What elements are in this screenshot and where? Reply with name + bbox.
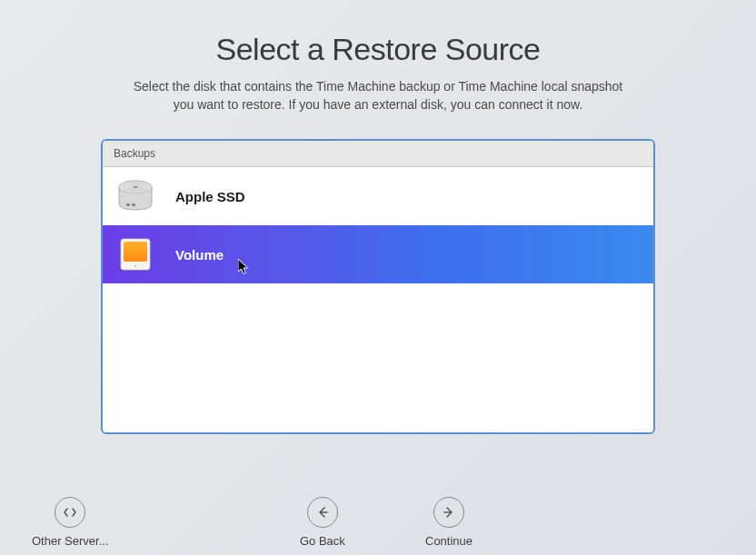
internal-drive-icon bbox=[115, 176, 155, 216]
svg-point-4 bbox=[133, 186, 138, 188]
arrow-left-icon bbox=[307, 497, 338, 528]
svg-rect-5 bbox=[126, 203, 130, 206]
button-label: Other Server... bbox=[32, 534, 109, 548]
page-subtitle: Select the disk that contains the Time M… bbox=[134, 78, 623, 114]
list-item-apple-ssd[interactable]: Apple SSD bbox=[103, 167, 653, 225]
svg-rect-8 bbox=[124, 242, 147, 262]
button-label: Continue bbox=[425, 534, 472, 548]
arrow-right-icon bbox=[433, 497, 464, 528]
button-label: Go Back bbox=[300, 534, 345, 548]
continue-button[interactable]: Continue bbox=[425, 497, 472, 548]
list-body: Apple SSD bbox=[103, 167, 653, 432]
page-title: Select a Restore Source bbox=[215, 32, 540, 67]
svg-rect-6 bbox=[132, 203, 135, 206]
list-header: Backups bbox=[103, 141, 653, 167]
svg-point-9 bbox=[134, 265, 136, 267]
network-icon bbox=[55, 497, 85, 528]
go-back-button[interactable]: Go Back bbox=[300, 497, 345, 548]
external-drive-icon bbox=[115, 234, 155, 274]
list-item-volume[interactable]: Volume bbox=[103, 225, 653, 283]
item-label: Apple SSD bbox=[175, 189, 245, 204]
backups-list-panel: Backups Apple SSD bbox=[101, 139, 655, 434]
other-server-button[interactable]: Other Server... bbox=[32, 497, 109, 548]
item-label: Volume bbox=[175, 247, 224, 263]
